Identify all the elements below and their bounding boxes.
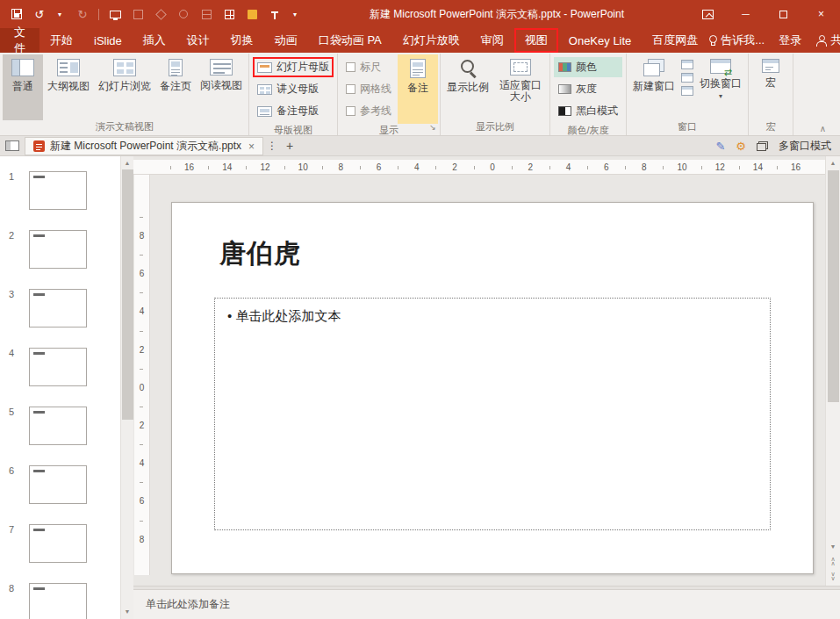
slide-thumbnail-item[interactable]: 4	[0, 348, 120, 386]
color-mode-button[interactable]: 颜色	[554, 57, 622, 77]
qat-addin-button-2[interactable]	[151, 6, 170, 22]
scroll-down-icon[interactable]: ▼	[830, 542, 836, 552]
slide-thumbnail-image[interactable]	[29, 524, 87, 563]
islide-cube-button[interactable]	[242, 6, 262, 22]
undo-button[interactable]: ↺	[30, 6, 49, 22]
tab-view[interactable]: 视图	[514, 28, 558, 53]
tab-design[interactable]: 设计	[176, 28, 220, 53]
qat-addin-button-1[interactable]	[128, 6, 147, 22]
tab-baidu-netdisk[interactable]: 百度网盘	[642, 28, 708, 53]
horizontal-ruler[interactable]: 1614121086420246810121416	[133, 160, 825, 175]
guides-checkbox-row[interactable]: 参考线	[341, 101, 396, 121]
redo-button[interactable]: ↻	[73, 6, 92, 22]
tab-slideshow[interactable]: 幻灯片放映	[392, 28, 470, 53]
qat-pin-button[interactable]	[265, 6, 284, 22]
slide-thumbnail-item[interactable]: 6	[0, 465, 120, 504]
slide-thumbnail-image[interactable]	[29, 583, 87, 619]
notes-page-button[interactable]: 备注页	[155, 54, 196, 120]
tab-islide[interactable]: iSlide	[83, 28, 133, 53]
slide-sorter-button[interactable]: 幻灯片浏览	[94, 54, 155, 120]
slide-thumbnail-item[interactable]: 7	[0, 524, 120, 563]
notes-master-button[interactable]: 备注母版	[253, 101, 334, 121]
customize-qat-button[interactable]: ▾	[285, 6, 305, 22]
slide-thumbnail-item[interactable]: 8	[0, 583, 120, 619]
new-window-button[interactable]: 新建窗口	[628, 54, 679, 120]
tab-file[interactable]: 文件	[0, 28, 39, 53]
ribbon-display-options-button[interactable]	[689, 0, 727, 28]
switch-windows-button[interactable]: ⇄ 切换窗口 ▾	[695, 54, 746, 120]
start-slideshow-button[interactable]	[105, 6, 125, 22]
reading-view-button[interactable]: 阅读视图	[196, 54, 247, 120]
presentation-view-button[interactable]	[0, 140, 25, 151]
fit-to-window-button[interactable]: 适应窗口大小	[493, 54, 548, 120]
slide-thumbnail-image[interactable]	[29, 407, 87, 445]
scroll-up-icon[interactable]: ▲	[830, 158, 836, 169]
tab-pocket-animation[interactable]: 口袋动画 PA	[308, 28, 392, 53]
qat-addin-button-4[interactable]	[197, 6, 216, 22]
undo-dropdown[interactable]: ▾	[50, 6, 69, 22]
tab-transitions[interactable]: 切换	[220, 28, 264, 53]
qat-addin-button-3[interactable]	[174, 6, 193, 22]
share-button[interactable]: 共享	[815, 32, 840, 48]
ruler-checkbox-row[interactable]: 标尺	[341, 57, 396, 77]
maximize-button[interactable]	[765, 0, 802, 28]
save-button[interactable]	[7, 6, 26, 22]
slide[interactable]: 唐伯虎 • 单击此处添加文本	[171, 202, 814, 574]
checkbox-icon[interactable]	[346, 106, 355, 116]
checkbox-icon[interactable]	[346, 84, 355, 94]
collapse-ribbon-icon[interactable]: ∧	[820, 124, 826, 133]
scroll-up-icon[interactable]: ▲	[125, 158, 131, 169]
minimize-button[interactable]: ─	[727, 0, 765, 28]
thumbnail-scrollbar[interactable]: ▲ ▼	[120, 156, 133, 619]
tab-more-button[interactable]: ⋮	[263, 140, 281, 152]
notes-pane[interactable]: 单击此处添加备注	[133, 590, 840, 619]
slide-thumbnail-item[interactable]: 3	[0, 289, 120, 327]
content-placeholder[interactable]: • 单击此处添加文本	[214, 298, 771, 530]
slide-thumbnail-image[interactable]	[29, 348, 87, 386]
scrollbar-thumb[interactable]	[828, 170, 839, 402]
handout-master-button[interactable]: 讲义母版	[253, 79, 334, 99]
qat-grid-button[interactable]	[219, 6, 239, 22]
slide-thumbnail-image[interactable]	[29, 289, 87, 327]
close-button[interactable]: ×	[802, 0, 840, 28]
outline-view-button[interactable]: 大纲视图	[43, 54, 94, 120]
multi-window-icon[interactable]	[757, 141, 768, 151]
tab-home[interactable]: 开始	[39, 28, 83, 53]
document-tab[interactable]: 新建 Microsoft PowerPoint 演示文稿.pptx ×	[25, 137, 263, 155]
sign-in-button[interactable]: 登录	[779, 32, 801, 48]
checkbox-icon[interactable]	[346, 62, 355, 72]
zoom-button[interactable]: 显示比例	[442, 54, 493, 120]
grayscale-button[interactable]: 灰度	[554, 79, 622, 99]
normal-view-button[interactable]: 普通	[3, 54, 43, 120]
move-split-icon[interactable]	[681, 86, 693, 96]
close-tab-icon[interactable]: ×	[248, 140, 255, 153]
main-vertical-scrollbar[interactable]: ▲ ▼ ∧∧ ∨∨	[825, 156, 840, 586]
tab-animations[interactable]: 动画	[264, 28, 308, 53]
tab-review[interactable]: 审阅	[470, 28, 514, 53]
slide-thumbnail-image[interactable]	[29, 465, 87, 504]
gear-icon[interactable]: ⚙	[736, 140, 746, 153]
scrollbar-thumb[interactable]	[122, 169, 133, 420]
scroll-down-icon[interactable]: ▼	[125, 607, 131, 617]
tell-me-button[interactable]: 告诉我...	[708, 32, 765, 48]
slide-thumbnail-item[interactable]: 2	[0, 230, 120, 269]
tab-insert[interactable]: 插入	[133, 28, 176, 53]
slide-title-text[interactable]: 唐伯虎	[219, 236, 301, 272]
slide-thumbnail-image[interactable]	[29, 171, 87, 210]
tab-onekey-lite[interactable]: OneKey Lite	[558, 28, 643, 53]
new-tab-button[interactable]: +	[281, 139, 298, 153]
scrollbar-track[interactable]	[826, 169, 840, 542]
vertical-ruler[interactable]: 864202468	[134, 175, 150, 575]
previous-slide-button[interactable]: ∧∧	[830, 555, 835, 567]
slide-thumbnail-image[interactable]	[29, 230, 87, 269]
gridlines-checkbox-row[interactable]: 网格线	[341, 79, 396, 99]
macro-button[interactable]: 宏	[750, 54, 791, 120]
arrange-all-icon[interactable]	[681, 60, 693, 69]
dialog-launcher-icon[interactable]: ↘	[427, 122, 438, 133]
black-white-button[interactable]: 黑白模式	[554, 101, 622, 121]
slide-thumbnail-item[interactable]: 1	[0, 171, 120, 210]
slide-master-button[interactable]: 幻灯片母版	[253, 57, 334, 77]
notes-toggle-button[interactable]: 备注	[398, 54, 438, 124]
next-slide-button[interactable]: ∨∨	[830, 570, 835, 582]
pencil-tool-icon[interactable]: ✎	[715, 140, 725, 153]
